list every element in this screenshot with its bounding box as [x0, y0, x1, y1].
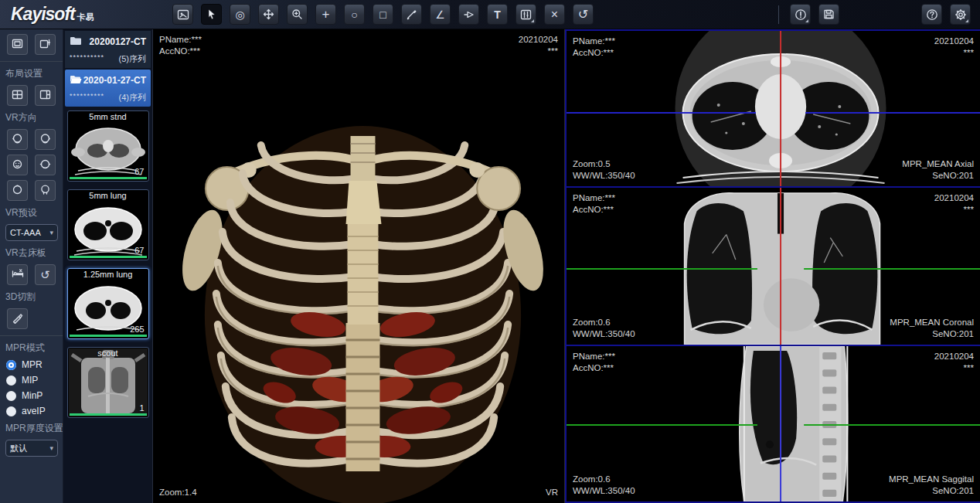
save-button[interactable] [818, 4, 839, 25]
coronal-overlay-bottomright: MPR_MEAN Coronal SeNO:201 [890, 317, 974, 340]
vr-head-front-button[interactable] [7, 155, 28, 175]
thumbnail-image-count: 67 [134, 167, 144, 176]
patient-name: PName:*** [159, 34, 202, 46]
angle-tool-button[interactable]: ∠ [430, 4, 451, 25]
mpr-thickness-value: 默认 [10, 443, 27, 454]
sagittal-overlay-topleft: PName:*** AccNO:*** [573, 351, 615, 374]
topbar-right-tools [775, 4, 980, 25]
vr-head-left-button[interactable] [7, 129, 28, 150]
study-item[interactable]: 20200127-CT ********** (5)序列 [65, 31, 151, 68]
layout-single-view-button[interactable] [7, 34, 28, 55]
study-date: 20210204 [934, 351, 974, 362]
zoom-in-tool-button[interactable] [287, 4, 308, 25]
rectangle-tool-button[interactable]: □ [373, 4, 393, 25]
mpr-mode-label: MPR_MEAN Saggital [889, 474, 974, 485]
vr-head-right-button[interactable] [35, 129, 56, 150]
application-window: Kayisoft 卡易 ◎ [0, 0, 980, 503]
thumbnail-label: 5mm lung [68, 191, 148, 200]
text-annotation-tool-button[interactable]: T [487, 4, 508, 25]
cobb-angle-tool-button[interactable] [458, 4, 479, 25]
series-thumbnail-lung[interactable]: 5mm lung 67 [67, 189, 149, 260]
series-thumbnail-soft[interactable]: 5mm stnd 67 [67, 110, 149, 182]
load-progress-bar [70, 413, 147, 416]
rotate-3d-icon: ◎ [235, 9, 244, 20]
vr-viewport[interactable]: PName:*** AccNO:*** 20210204 *** Zoom:1.… [153, 29, 565, 503]
series-number: SeNO:201 [889, 485, 974, 497]
study-patient-id: ********** [70, 92, 104, 104]
info-button[interactable] [790, 4, 811, 25]
layout-main-left-button[interactable] [35, 85, 56, 106]
load-progress-bar [70, 256, 147, 258]
delete-annotation-button[interactable]: × [544, 4, 565, 25]
rotate-3d-tool-button[interactable]: ◎ [230, 4, 250, 25]
folder-open-icon [70, 73, 82, 87]
mpr-thickness-dropdown[interactable]: 默认 ▾ [5, 440, 58, 457]
vr-head-back-button[interactable] [35, 155, 56, 175]
sagittal-viewport[interactable]: PName:*** AccNO:*** 20210204 *** Zoom:0.… [565, 346, 980, 503]
measure-line-icon [406, 8, 417, 20]
axial-overlay-bottomleft: Zoom:0.5 WW/WL:350/40 [573, 158, 635, 182]
mpr-mode-option-minp[interactable]: MinP [6, 390, 56, 401]
mpr-mode-option-mip[interactable]: MIP [6, 375, 56, 386]
window-level-icon [520, 9, 532, 20]
thumbnail-label: scout [68, 348, 148, 358]
series-number: SeNO:201 [902, 170, 974, 182]
mpr-mode-label: MPR_MEAN Coronal [890, 317, 974, 328]
study-item-selected[interactable]: 2020-01-27-CT ********** (4)序列 [65, 70, 151, 107]
mpr-mode-option-mpr[interactable]: MPR [6, 359, 56, 370]
crosshair-icon: + [322, 8, 330, 21]
head-back-icon [39, 158, 51, 172]
vr-head-top-button[interactable] [7, 180, 28, 201]
layout-grid-2x2-button[interactable] [7, 85, 28, 106]
series-thumbnail-thin-lung[interactable]: 1.25mm lung 265 [67, 268, 149, 339]
window-width-level: WW/WL:350/40 [573, 485, 635, 497]
window-level-tool-button[interactable] [516, 4, 536, 25]
rectangle-icon: □ [379, 9, 386, 20]
scalpel-button[interactable] [7, 308, 28, 329]
vr-preset-dropdown[interactable]: CT-AAA ▾ [5, 224, 58, 241]
measure-line-tool-button[interactable] [401, 4, 422, 25]
zoom-in-icon [291, 8, 303, 20]
bed-icon [12, 268, 24, 281]
study-series-count: (4)序列 [119, 92, 146, 104]
help-button[interactable] [921, 4, 942, 25]
coronal-overlay-bottomleft: Zoom:0.6 WW/WL:350/40 [573, 317, 635, 340]
vr-zoom-level: Zoom:1.4 [159, 487, 197, 498]
remove-bed-button[interactable] [7, 264, 28, 285]
panel-toggle-icon [39, 39, 51, 51]
series-panel-toggle-button[interactable] [35, 34, 56, 55]
thumbnail-image [69, 348, 148, 416]
patient-name: PName:*** [573, 351, 615, 362]
load-progress-bar [70, 177, 147, 179]
pan-tool-button[interactable] [258, 4, 279, 25]
vr-preset-value: CT-AAA [10, 228, 41, 237]
masked-value: *** [934, 204, 974, 216]
reset-icon: ↺ [578, 8, 588, 21]
masked-value: *** [934, 362, 974, 374]
mpr-mode-option-aveip[interactable]: aveIP [6, 406, 56, 416]
grid-2x2-icon [12, 90, 23, 102]
study-title: 20200127-CT [82, 36, 146, 47]
text-annotation-icon: T [494, 9, 501, 20]
accession-number: AccNO:*** [573, 362, 615, 374]
series-number: SeNO:201 [890, 328, 974, 340]
vr-bed-removal-label: VR去床板 [5, 246, 57, 260]
vr-head-bottom-button[interactable] [35, 180, 56, 201]
series-layout-button[interactable] [172, 4, 193, 25]
study-date: 20210204 [934, 36, 974, 47]
zoom-level: Zoom:0.6 [573, 317, 635, 328]
settings-button[interactable] [950, 4, 971, 25]
reset-view-button[interactable]: ↺ [573, 4, 594, 25]
series-thumbnail-scout[interactable]: scout 1 [67, 347, 149, 418]
bed-reset-button[interactable]: ↺ [35, 264, 56, 285]
coronal-viewport[interactable]: PName:*** AccNO:*** 20210204 *** Zoom:0.… [565, 188, 980, 346]
ellipse-tool-button[interactable]: ○ [344, 4, 365, 25]
crosshair-tool-button[interactable]: + [315, 4, 336, 25]
axial-viewport[interactable]: PName:*** AccNO:*** 20210204 *** Zoom:0.… [565, 29, 980, 188]
load-progress-bar [70, 335, 147, 337]
thumbnail-label: 1.25mm lung [68, 270, 148, 279]
axial-overlay-topright: 20210204 *** [934, 36, 974, 59]
chevron-down-icon: ▾ [49, 444, 53, 452]
settings-icon [954, 8, 967, 21]
cursor-tool-button[interactable] [201, 4, 222, 25]
